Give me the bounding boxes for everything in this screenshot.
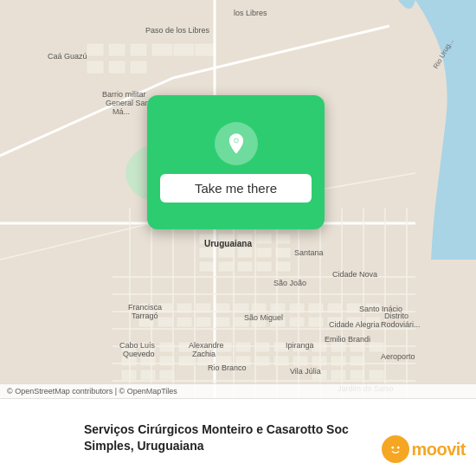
svg-text:Tarragó: Tarragó — [132, 312, 158, 320]
svg-rect-73 — [254, 356, 270, 366]
svg-rect-85 — [369, 370, 384, 380]
svg-text:São João: São João — [273, 279, 306, 287]
bottom-panel: Serviços Cirúrgicos Monteiro e Casarotto… — [0, 398, 476, 476]
svg-rect-5 — [108, 61, 125, 74]
action-card: Take me there — [147, 95, 325, 229]
svg-rect-9 — [173, 43, 195, 56]
svg-rect-45 — [308, 317, 324, 327]
svg-rect-33 — [158, 317, 173, 327]
svg-rect-79 — [121, 370, 137, 380]
svg-text:Barrio militar: Barrio militar — [102, 90, 146, 99]
svg-rect-14 — [256, 234, 272, 244]
svg-rect-6 — [130, 43, 147, 56]
place-name: Serviços Cirúrgicos Monteiro e Casarotto… — [84, 421, 392, 454]
svg-rect-10 — [195, 43, 216, 56]
svg-rect-65 — [369, 342, 384, 352]
svg-rect-59 — [254, 342, 270, 352]
svg-point-144 — [397, 447, 400, 449]
svg-rect-15 — [199, 248, 215, 258]
attribution-bar: © OpenStreetMap contributors | © OpenMap… — [0, 383, 476, 398]
svg-text:Francisca: Francisca — [128, 303, 162, 312]
svg-rect-18 — [256, 248, 272, 258]
location-icon-circle — [215, 122, 258, 165]
svg-rect-76 — [312, 356, 327, 366]
svg-text:Quevedo: Quevedo — [123, 350, 155, 358]
svg-rect-17 — [237, 248, 253, 258]
svg-rect-74 — [273, 356, 289, 366]
svg-rect-34 — [177, 317, 192, 327]
svg-text:los Libres: los Libres — [234, 9, 267, 17]
svg-text:Santana: Santana — [294, 248, 324, 257]
attribution-text: © OpenStreetMap contributors | © OpenMap… — [7, 387, 177, 396]
svg-rect-75 — [293, 356, 308, 366]
svg-text:Caá Guazú: Caá Guazú — [48, 52, 87, 61]
svg-text:Paso de los Libres: Paso de los Libres — [145, 26, 210, 35]
svg-rect-16 — [218, 248, 234, 258]
moovit-text: moovit — [411, 440, 466, 460]
svg-text:Vila Júlia: Vila Júlia — [290, 367, 321, 376]
svg-point-141 — [235, 139, 238, 143]
svg-rect-22 — [256, 261, 272, 272]
svg-rect-35 — [196, 317, 211, 327]
take-me-there-button[interactable]: Take me there — [160, 174, 312, 203]
svg-rect-58 — [235, 342, 251, 352]
svg-rect-20 — [218, 261, 234, 272]
pin-icon — [224, 132, 248, 156]
svg-rect-77 — [331, 356, 346, 366]
place-info: Serviços Cirúrgicos Monteiro e Casarotto… — [74, 399, 402, 476]
svg-text:São Miguel: São Miguel — [244, 313, 283, 322]
svg-text:Cidade Alegria: Cidade Alegria — [329, 320, 380, 329]
moovit-face-icon — [386, 440, 405, 459]
moovit-logo: moovit — [382, 435, 466, 463]
svg-text:Ipiranga: Ipiranga — [286, 341, 314, 350]
map-container: los Libres Caá Guazú Paso de los Libres … — [0, 0, 476, 398]
svg-text:Emilio Brandi: Emilio Brandi — [325, 335, 370, 344]
svg-rect-8 — [151, 43, 173, 56]
svg-text:Cidade Nova: Cidade Nova — [332, 270, 377, 279]
svg-rect-21 — [237, 261, 253, 272]
svg-text:General San: General San — [106, 99, 150, 107]
svg-rect-36 — [215, 317, 230, 327]
svg-rect-4 — [87, 61, 104, 74]
svg-text:Zachia: Zachia — [192, 350, 215, 358]
svg-point-142 — [387, 441, 404, 458]
svg-text:Rodoviári...: Rodoviári... — [381, 320, 421, 329]
svg-rect-19 — [199, 261, 215, 272]
svg-text:Aeroporto: Aeroporto — [381, 352, 415, 361]
svg-rect-3 — [108, 43, 125, 56]
moovit-icon — [382, 435, 409, 463]
svg-text:Uruguaiana: Uruguaiana — [204, 239, 252, 248]
svg-text:Rio Branco: Rio Branco — [208, 363, 247, 372]
svg-rect-80 — [140, 370, 156, 380]
svg-point-143 — [392, 447, 395, 449]
svg-rect-2 — [87, 43, 104, 56]
svg-text:Má...: Má... — [113, 107, 130, 116]
svg-text:Cabo Luís: Cabo Luís — [119, 341, 156, 350]
svg-rect-7 — [130, 61, 147, 74]
svg-text:Alexandre: Alexandre — [189, 341, 224, 350]
svg-rect-83 — [331, 370, 346, 380]
svg-rect-44 — [289, 317, 305, 327]
svg-text:Distrito: Distrito — [384, 312, 408, 320]
